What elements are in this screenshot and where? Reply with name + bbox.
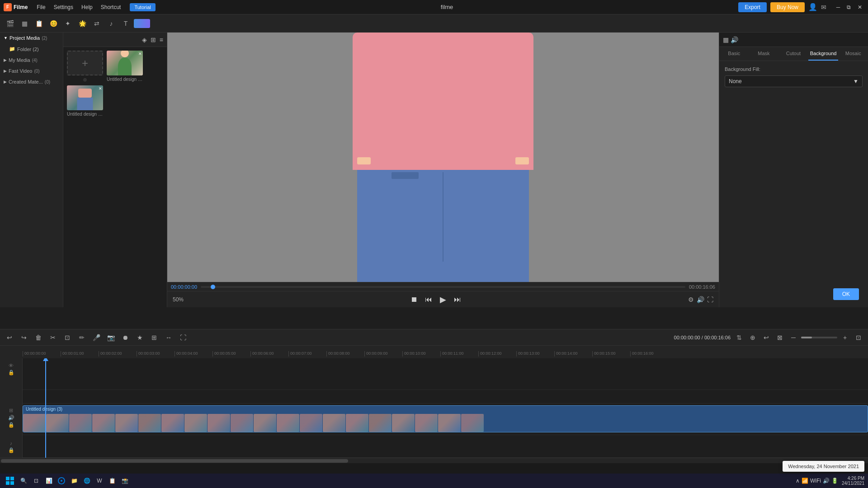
files-icon[interactable]: 📁 <box>69 475 80 486</box>
media-item-menu[interactable]: ✕ <box>99 86 102 91</box>
track-vol-icon[interactable]: 🔊 <box>8 415 14 421</box>
undo-button[interactable]: ↩ <box>4 332 15 343</box>
zoom-slider[interactable] <box>801 337 837 338</box>
split2-button[interactable]: ⊞ <box>148 332 160 343</box>
toolbar-effect-icon[interactable]: 🌟 <box>76 17 89 30</box>
track-lock3-icon[interactable]: 🔒 <box>8 447 14 453</box>
track-lock2-icon[interactable]: 🔒 <box>8 422 14 428</box>
toolbar-audio-icon[interactable]: ♪ <box>105 17 118 30</box>
video-clip[interactable]: Untitled design (3) <box>23 405 868 432</box>
sidebar-item-created-materials[interactable]: ▶ Created Mate... (0) <box>0 76 63 87</box>
settings-icon[interactable]: ⚙ <box>688 296 694 303</box>
tutorial-button[interactable]: Tutorial <box>130 3 155 11</box>
sidebar-item-project-media[interactable]: ▼ Project Media (2) <box>0 33 63 43</box>
camera-taskbar-icon[interactable]: 📸 <box>119 475 130 486</box>
timeline-undo-icon[interactable]: ↩ <box>760 332 772 343</box>
media-item-untitled3[interactable]: ✕ Untitled design (3) <box>67 85 103 117</box>
menu-settings[interactable]: Settings <box>50 3 77 11</box>
play-button[interactable]: ▶ <box>438 294 448 305</box>
taskbar-clock[interactable]: 4:26 PM 24/11/2021 <box>842 476 864 486</box>
restore-button[interactable]: ⧉ <box>844 3 854 12</box>
tab-basic[interactable]: Basic <box>719 47 749 61</box>
media-sort-icon[interactable]: ≡ <box>160 36 163 43</box>
sidebar-item-my-media[interactable]: ▶ My Media (4) <box>0 55 63 66</box>
tray-arrow-icon[interactable]: ∧ <box>796 478 800 484</box>
ok-button[interactable]: OK <box>833 288 859 300</box>
camera-button[interactable]: 📷 <box>105 332 117 343</box>
eye-icon[interactable]: 👁 <box>9 363 14 368</box>
close-button[interactable]: ✕ <box>855 3 864 12</box>
fit-button[interactable]: ⛶ <box>177 332 189 343</box>
tab-mask[interactable]: Mask <box>749 47 779 61</box>
trim-button[interactable]: ↔ <box>163 332 175 343</box>
pen-button[interactable]: ✏ <box>76 332 88 343</box>
zoom-out-icon[interactable]: ─ <box>788 332 799 343</box>
toolbar-project-icon[interactable]: 🎬 <box>4 17 16 30</box>
battery-icon[interactable]: 🔋 <box>831 478 838 484</box>
track-audio-icon[interactable]: ♪ <box>10 441 13 446</box>
split-button[interactable]: ✂ <box>47 332 59 343</box>
buynow-button[interactable]: Buy Now <box>770 2 805 12</box>
export-button[interactable]: Export <box>738 2 767 12</box>
media-item-untitled2[interactable]: ✕ Untitled design (2) <box>107 51 143 82</box>
redo-button[interactable]: ↪ <box>18 332 30 343</box>
toolbar-sticker-icon[interactable]: 😊 <box>47 17 60 30</box>
word-icon[interactable]: W <box>94 475 105 486</box>
search-taskbar-icon[interactable]: 🔍 <box>18 475 29 486</box>
media-view-icon[interactable]: ◈ <box>142 36 147 43</box>
menu-help[interactable]: Help <box>78 3 96 11</box>
tab-background[interactable]: Background <box>808 47 839 61</box>
track-add-icon[interactable]: ⊞ <box>9 408 13 413</box>
tab-mosaic[interactable]: Mosaic <box>838 47 868 61</box>
stop-button[interactable]: ⏹ <box>409 294 420 305</box>
effect-button[interactable]: ★ <box>134 332 146 343</box>
rp-view-icon[interactable]: ▦ <box>723 36 729 43</box>
prev-frame-button[interactable]: ⏮ <box>423 294 434 305</box>
user-icon[interactable]: 👤 <box>808 3 817 11</box>
timeline-magnet-icon[interactable]: ⊕ <box>747 332 759 343</box>
start-button[interactable] <box>4 474 16 487</box>
timeline-layout-icon[interactable]: ⇅ <box>733 332 745 343</box>
mic-button[interactable]: 🎤 <box>90 332 102 343</box>
toolbar-filter-icon[interactable]: ✦ <box>61 17 74 30</box>
background-fill-dropdown[interactable]: None ▼ <box>725 75 863 87</box>
widgets-icon[interactable]: 📊 <box>43 475 54 486</box>
toolbar-color-swatch[interactable] <box>134 19 150 28</box>
media-add-item[interactable]: + ◎ <box>67 51 103 82</box>
toolbar-transition-icon[interactable]: ⇄ <box>90 17 103 30</box>
mail-icon[interactable]: ✉ <box>821 4 826 11</box>
media-grid-icon[interactable]: ⊞ <box>151 36 156 43</box>
delete-button[interactable]: 🗑 <box>33 332 44 343</box>
media-add-thumbnail[interactable]: + <box>67 51 103 75</box>
tasks-icon[interactable]: 📋 <box>107 475 118 486</box>
toolbar-text-icon[interactable]: T <box>119 17 132 30</box>
toolbar-media-icon[interactable]: ▦ <box>18 17 31 30</box>
toolbar-template-icon[interactable]: 📋 <box>33 17 45 30</box>
next-frame-button[interactable]: ⏭ <box>452 294 463 305</box>
sidebar-item-folder[interactable]: 📁 Folder (2) <box>0 43 63 55</box>
tab-cutout[interactable]: Cutout <box>778 47 808 61</box>
zoom-in-icon[interactable]: + <box>839 332 851 343</box>
timeline-progress-bar[interactable] <box>201 286 685 288</box>
ms-edge-icon[interactable] <box>56 475 67 486</box>
minimize-button[interactable]: ─ <box>834 3 843 12</box>
volume-icon[interactable]: 🔊 <box>697 296 704 303</box>
lock-icon[interactable]: 🔒 <box>8 370 14 375</box>
menu-file[interactable]: File <box>33 3 49 11</box>
network-icon[interactable]: 📶 <box>802 478 808 484</box>
msedge2-icon[interactable]: 🌐 <box>81 475 92 486</box>
task-view-icon[interactable]: ⊡ <box>31 475 42 486</box>
volume-taskbar-icon[interactable]: 🔊 <box>823 478 830 484</box>
sidebar-item-fast-video[interactable]: ▶ Fast Video (0) <box>0 66 63 76</box>
crop-button[interactable]: ⊡ <box>61 332 73 343</box>
record-button[interactable]: ⏺ <box>119 332 131 343</box>
scrollbar-thumb[interactable] <box>1 459 348 463</box>
media-item-menu[interactable]: ✕ <box>138 52 142 56</box>
add-media-button[interactable]: + <box>67 51 103 75</box>
timeline-scrollbar[interactable] <box>0 458 868 463</box>
wifi-icon[interactable]: WiFi <box>810 478 821 484</box>
fullscreen-icon[interactable]: ⛶ <box>707 296 713 303</box>
menu-shortcut[interactable]: Shortcut <box>97 3 125 11</box>
fit-to-window-icon[interactable]: ⊡ <box>853 332 864 343</box>
rp-audio-icon[interactable]: 🔊 <box>731 36 738 43</box>
